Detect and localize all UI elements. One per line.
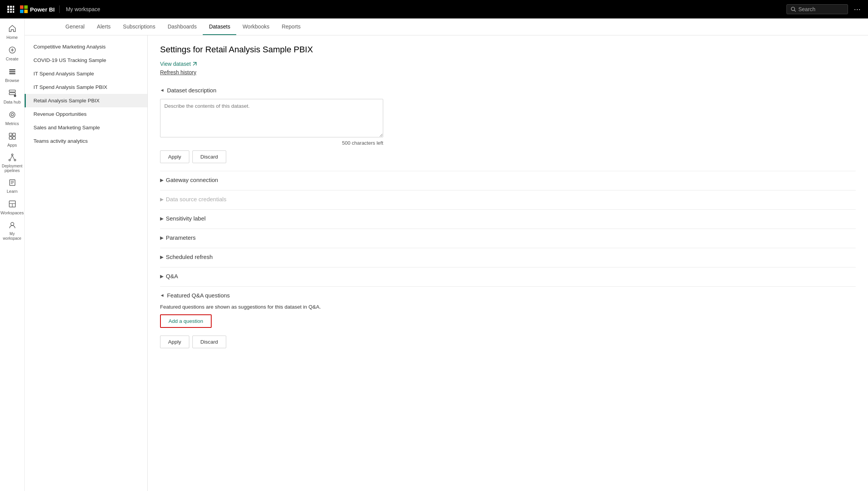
description-discard-button[interactable]: Discard [192, 150, 226, 163]
myworkspace-icon [8, 221, 17, 230]
sidebar: Home Create Browse [0, 18, 25, 491]
section-parameters-header[interactable]: ▶ Parameters [160, 230, 856, 245]
create-icon [8, 46, 17, 55]
featured-qanda-description: Featured questions are shown as suggesti… [160, 304, 856, 310]
section-parameters-label: Parameters [166, 234, 196, 241]
dataset-item-competitive[interactable]: Competitive Marketing Analysis [25, 40, 147, 53]
svg-rect-16 [9, 73, 15, 74]
tab-workbooks[interactable]: Workbooks [236, 19, 275, 35]
sidebar-item-browse[interactable]: Browse [2, 65, 23, 86]
section-sensitivity-header[interactable]: ▶ Sensitivity label [160, 211, 856, 225]
settings-content: Settings for Retail Analysis Sample PBIX… [148, 35, 868, 491]
featured-qanda-apply-button[interactable]: Apply [160, 336, 189, 348]
sidebar-item-apps-label: Apps [7, 143, 17, 148]
section-parameters: ▶ Parameters [160, 230, 856, 245]
svg-rect-7 [10, 11, 12, 13]
sidebar-item-learn-label: Learn [7, 189, 17, 194]
microsoft-logo [20, 5, 28, 13]
tab-dashboards[interactable]: Dashboards [162, 19, 203, 35]
svg-rect-23 [13, 133, 15, 136]
section-featured-qanda-content: Featured questions are shown as suggesti… [160, 302, 856, 353]
dataset-item-retail[interactable]: Retail Analysis Sample PBIX [25, 94, 147, 107]
section-arrow-qanda: ▶ [160, 274, 164, 279]
svg-point-9 [791, 7, 795, 11]
dataset-description-textarea[interactable] [160, 99, 383, 137]
sidebar-item-workspaces[interactable]: Workspaces [2, 197, 23, 219]
sidebar-item-deployment[interactable]: Deployment pipelines [2, 151, 23, 175]
svg-rect-17 [9, 90, 15, 92]
sidebar-item-home[interactable]: Home [2, 22, 23, 43]
featured-qanda-discard-button[interactable]: Discard [192, 336, 226, 348]
svg-point-26 [12, 154, 13, 155]
tab-datasets[interactable]: Datasets [203, 19, 236, 35]
sidebar-item-create[interactable]: Create [2, 43, 23, 65]
section-featured-qanda: ▼ Featured Q&A questions Featured questi… [160, 288, 856, 353]
section-arrow-scheduled-refresh: ▶ [160, 254, 164, 260]
svg-point-27 [9, 159, 10, 161]
svg-point-21 [11, 114, 13, 116]
dataset-item-revenue[interactable]: Revenue Opportunities [25, 107, 147, 121]
refresh-history-link[interactable]: Refresh history [160, 69, 856, 75]
learn-icon [8, 178, 17, 188]
sidebar-item-myworkspace[interactable]: My workspace [2, 219, 23, 243]
section-arrow-sensitivity: ▶ [160, 216, 164, 221]
search-placeholder: Search [798, 6, 815, 12]
section-scheduled-refresh-header[interactable]: ▶ Scheduled refresh [160, 250, 856, 264]
description-apply-button[interactable]: Apply [160, 150, 189, 163]
more-options-button[interactable]: ⋯ [851, 3, 863, 15]
svg-point-20 [10, 112, 15, 117]
svg-line-29 [10, 155, 12, 159]
section-featured-qanda-header[interactable]: ▼ Featured Q&A questions [160, 288, 856, 302]
product-name: Power BI [30, 6, 55, 13]
section-arrow-datasource: ▶ [160, 197, 164, 202]
section-gateway-label: Gateway connection [166, 177, 218, 183]
search-box[interactable]: Search [786, 4, 848, 14]
dataset-item-itspendpbix[interactable]: IT Spend Analysis Sample PBIX [25, 80, 147, 94]
svg-rect-2 [13, 6, 14, 8]
dataset-item-itspend[interactable]: IT Spend Analysis Sample [25, 67, 147, 80]
add-question-button[interactable]: Add a question [160, 314, 212, 328]
settings-title: Settings for Retail Analysis Sample PBIX [160, 45, 856, 55]
sidebar-item-metrics-label: Metrics [5, 121, 19, 126]
tab-alerts[interactable]: Alerts [91, 19, 117, 35]
main-area: Competitive Marketing Analysis COVID-19 … [25, 35, 868, 491]
svg-rect-22 [9, 133, 12, 136]
sidebar-item-datahub[interactable]: Data hub [2, 86, 23, 108]
grid-icon[interactable] [5, 3, 17, 15]
tab-reports[interactable]: Reports [275, 19, 307, 35]
sidebar-item-learn[interactable]: Learn [2, 175, 23, 197]
section-dataset-description-header[interactable]: ▼ Dataset description [160, 83, 856, 97]
divider-5 [160, 248, 856, 248]
section-gateway-header[interactable]: ▶ Gateway connection [160, 173, 856, 187]
section-qanda-header[interactable]: ▶ Q&A [160, 269, 856, 283]
svg-rect-15 [9, 71, 15, 72]
sidebar-item-metrics[interactable]: Metrics [2, 108, 23, 129]
section-dataset-description-content: 500 characters left Apply Discard [160, 97, 856, 168]
svg-line-30 [12, 155, 14, 159]
dataset-item-covid[interactable]: COVID-19 US Tracking Sample [25, 53, 147, 67]
section-gateway: ▶ Gateway connection [160, 173, 856, 187]
workspaces-icon [8, 200, 17, 209]
home-icon [8, 24, 17, 34]
divider-1 [160, 171, 856, 171]
svg-point-28 [14, 159, 16, 161]
tab-general[interactable]: General [59, 19, 91, 35]
section-featured-qanda-label: Featured Q&A questions [167, 292, 230, 299]
section-datasource-header[interactable]: ▶ Data source credentials [160, 192, 856, 206]
sidebar-item-datahub-label: Data hub [3, 100, 21, 105]
dataset-list: Competitive Marketing Analysis COVID-19 … [25, 35, 148, 491]
main-layout: Home Create Browse [0, 18, 868, 491]
workspace-name[interactable]: My workspace [66, 6, 100, 12]
view-dataset-link[interactable]: View dataset [160, 61, 197, 67]
divider-6 [160, 267, 856, 267]
browse-icon [8, 67, 17, 77]
dataset-item-teams[interactable]: Teams activity analytics [25, 134, 147, 148]
section-arrow-description: ▼ [160, 88, 165, 93]
dataset-item-sales[interactable]: Sales and Marketing Sample [25, 121, 147, 134]
section-dataset-description: ▼ Dataset description 500 characters lef… [160, 83, 856, 168]
description-btn-row: Apply Discard [160, 150, 856, 163]
tab-subscriptions[interactable]: Subscriptions [117, 19, 162, 35]
section-sensitivity-label: Sensitivity label [166, 215, 205, 222]
sidebar-item-apps[interactable]: Apps [2, 129, 23, 151]
datahub-icon [8, 89, 17, 99]
